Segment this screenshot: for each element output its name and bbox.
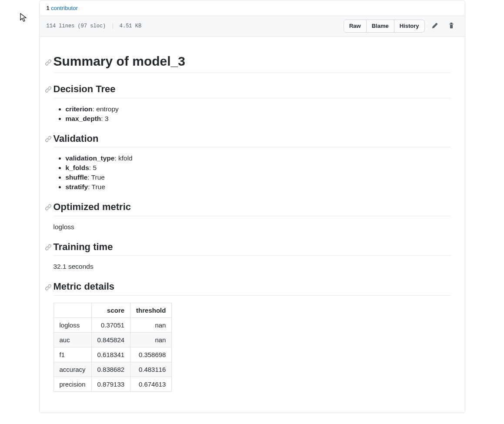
markdown-body: Summary of model_3 Decision Tree criteri… [40, 37, 465, 413]
table-row: accuracy0.8386820.483116 [53, 362, 172, 377]
col-header: score [91, 303, 130, 317]
table-cell: logloss [53, 317, 91, 332]
param-key: k_folds [66, 164, 89, 171]
table-cell: nan [130, 332, 172, 347]
history-button[interactable]: History [394, 20, 425, 33]
table-cell: 0.845824 [91, 332, 130, 347]
metric-details-table: score threshold logloss0.37051nanauc0.84… [53, 303, 172, 392]
table-row: logloss0.37051nan [53, 317, 172, 332]
file-size: 4.51 KB [120, 23, 141, 29]
edit-icon[interactable] [428, 20, 441, 33]
list-item: stratify: True [66, 183, 451, 191]
param-key: shuffle [66, 174, 88, 181]
link-icon[interactable] [45, 244, 52, 251]
table-cell: nan [130, 317, 172, 332]
table-cell: 0.618341 [91, 347, 130, 362]
heading-text: Decision Tree [53, 83, 116, 94]
blame-button[interactable]: Blame [367, 20, 394, 33]
training-time-value: 32.1 seconds [53, 263, 451, 270]
section-heading-training-time: Training time [53, 241, 451, 256]
heading-text: Training time [53, 241, 113, 252]
section-heading-optimized-metric: Optimized metric [53, 201, 451, 216]
list-item: shuffle: True [66, 174, 451, 181]
col-header: threshold [130, 303, 172, 317]
table-header-row: score threshold [53, 303, 172, 317]
table-cell: auc [53, 332, 91, 347]
delete-icon[interactable] [445, 20, 458, 33]
param-key: max_depth [66, 115, 101, 122]
table-cell: 0.674613 [130, 377, 172, 391]
param-val: : 5 [89, 164, 97, 171]
link-icon[interactable] [45, 86, 52, 93]
contributors-count: 1 [47, 5, 50, 11]
page-title: Summary of model_3 [53, 54, 451, 73]
contributors-link[interactable]: 1 contributor [47, 5, 78, 11]
file-actions: Raw Blame History [344, 20, 458, 33]
param-val: : entropy [93, 105, 119, 113]
divider [113, 23, 113, 29]
raw-button[interactable]: Raw [344, 20, 367, 33]
list-item: validation_type: kfold [66, 154, 451, 162]
contributors-label: contributor [51, 5, 77, 11]
link-icon[interactable] [45, 204, 52, 211]
file-container: 1 contributor 114 lines (97 sloc) 4.51 K… [39, 0, 465, 413]
list-item: max_depth: 3 [66, 115, 451, 123]
optimized-metric-value: logloss [53, 223, 451, 231]
param-key: criterion [66, 105, 93, 113]
col-header [53, 303, 91, 317]
table-cell: 0.838682 [91, 362, 130, 377]
heading-text: Summary of model_3 [53, 54, 185, 68]
param-key: validation_type [66, 154, 115, 162]
decision-tree-list: criterion: entropy max_depth: 3 [53, 105, 451, 123]
link-icon[interactable] [45, 135, 52, 142]
contributors-bar: 1 contributor [40, 0, 465, 16]
table-cell: 0.37051 [91, 317, 130, 332]
validation-list: validation_type: kfold k_folds: 5 shuffl… [53, 154, 451, 191]
param-val: : True [87, 174, 105, 181]
table-cell: precision [53, 377, 91, 391]
list-item: k_folds: 5 [66, 164, 451, 172]
table-row: auc0.845824nan [53, 332, 172, 347]
list-item: criterion: entropy [66, 105, 451, 113]
heading-text: Validation [53, 133, 99, 144]
table-cell: 0.879133 [91, 377, 130, 391]
file-lines-sloc: 114 lines (97 sloc) [47, 23, 106, 29]
table-row: f10.6183410.358698 [53, 347, 172, 362]
section-heading-decision-tree: Decision Tree [53, 83, 451, 98]
section-heading-validation: Validation [53, 133, 451, 148]
cursor-icon [20, 13, 28, 23]
file-info: 114 lines (97 sloc) 4.51 KB [47, 23, 142, 29]
link-icon[interactable] [45, 59, 52, 66]
table-cell: 0.358698 [130, 347, 172, 362]
param-val: : kfold [114, 154, 132, 162]
param-val: : 3 [101, 115, 108, 122]
link-icon[interactable] [45, 284, 52, 290]
section-heading-metric-details: Metric details [53, 281, 451, 296]
table-cell: 0.483116 [130, 362, 172, 377]
file-header: 114 lines (97 sloc) 4.51 KB Raw Blame Hi… [40, 16, 465, 37]
table-cell: accuracy [53, 362, 91, 377]
param-key: stratify [66, 183, 88, 190]
param-val: : True [88, 183, 105, 190]
table-cell: f1 [53, 347, 91, 362]
table-row: precision0.8791330.674613 [53, 377, 172, 391]
heading-text: Metric details [53, 281, 115, 292]
heading-text: Optimized metric [53, 201, 131, 212]
